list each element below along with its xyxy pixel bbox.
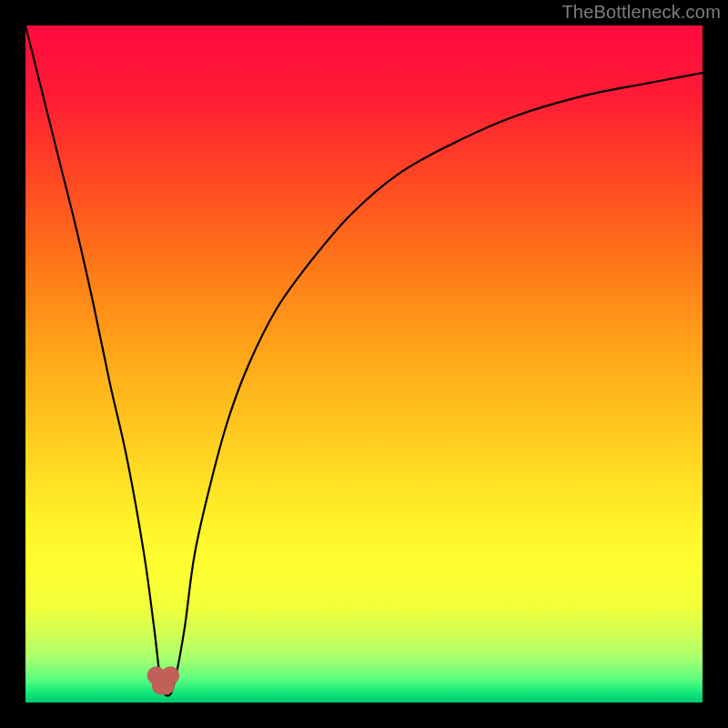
gradient-background bbox=[25, 25, 703, 703]
chart-frame: TheBottleneck.com bbox=[0, 0, 728, 728]
watermark-text: TheBottleneck.com bbox=[561, 2, 721, 23]
chart-svg bbox=[25, 25, 703, 703]
min-marker-dot bbox=[161, 666, 179, 684]
chart-plot-area bbox=[25, 25, 703, 703]
